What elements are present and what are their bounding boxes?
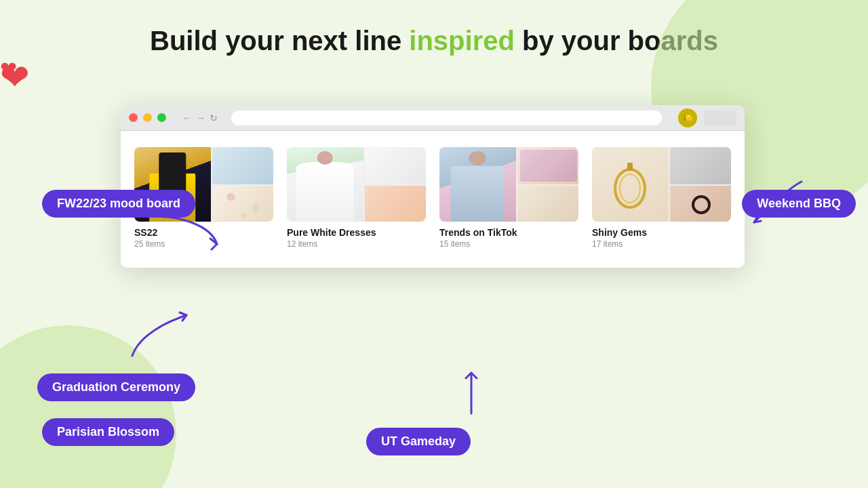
label-weekend-bbq[interactable]: Weekend BBQ — [742, 190, 856, 218]
browser-btn-placeholder — [704, 110, 736, 125]
board-name-tiktok: Trends on TikTok — [439, 227, 578, 238]
board-name-white: Pure White Dresses — [287, 227, 426, 238]
board-count-white: 12 items — [287, 239, 426, 249]
board-count-gems: 17 items — [592, 239, 731, 249]
board-thumb-white-main — [287, 147, 363, 222]
browser-titlebar: ← → ↻ 🍋 — [121, 105, 745, 131]
label-fw2223[interactable]: FW22/23 mood board — [42, 190, 195, 218]
board-thumb-tiktok-main — [439, 147, 516, 222]
board-thumb-gems-top — [670, 147, 731, 184]
board-thumb-white-bottom — [365, 186, 426, 222]
page-wrapper: Build your next line inspired by your bo… — [0, 0, 868, 488]
board-item-tiktok[interactable]: Trends on TikTok 15 items — [439, 147, 578, 249]
browser-dot-yellow[interactable] — [143, 113, 152, 122]
browser-address-bar[interactable] — [231, 110, 662, 125]
heart-small-icon: ❤ — [0, 57, 17, 81]
label-graduation[interactable]: Graduation Ceremony — [37, 373, 195, 401]
board-thumb-gems-bottom — [670, 186, 731, 222]
board-thumbnail-tiktok — [439, 147, 578, 222]
board-thumbnail-gems — [592, 147, 731, 222]
board-thumb-tiktok-top — [517, 147, 578, 184]
browser-avatar: 🍋 — [678, 108, 697, 127]
browser-back-button[interactable]: ← — [182, 113, 192, 123]
headline-part1: Build your next line — [150, 26, 409, 56]
board-thumbnail-white-dresses — [287, 147, 426, 222]
headline-inspired: inspired — [409, 26, 515, 56]
browser-refresh-button[interactable]: ↻ — [210, 113, 218, 123]
board-thumb-gems-main — [592, 147, 669, 222]
board-count-tiktok: 15 items — [439, 239, 578, 249]
browser-dot-green[interactable] — [157, 113, 166, 122]
label-parisian[interactable]: Parisian Blossom — [42, 418, 174, 446]
arrow-ut — [451, 366, 492, 420]
board-grid: SS22 25 items Pure White Dresses 12 it — [134, 147, 731, 249]
board-thumb-ss22-top — [212, 147, 273, 184]
browser-dot-red[interactable] — [129, 113, 138, 122]
board-thumb-tiktok-bottom — [517, 186, 578, 222]
board-item-gems[interactable]: Shiny Gems 17 items — [592, 147, 731, 249]
label-ut-gameday[interactable]: UT Gameday — [366, 428, 471, 455]
arrow-graduation — [125, 308, 193, 363]
board-thumb-white-top — [365, 147, 426, 184]
board-name-gems: Shiny Gems — [592, 227, 731, 238]
board-item-white-dresses[interactable]: Pure White Dresses 12 items — [287, 147, 426, 249]
browser-forward-button[interactable]: → — [196, 113, 205, 123]
